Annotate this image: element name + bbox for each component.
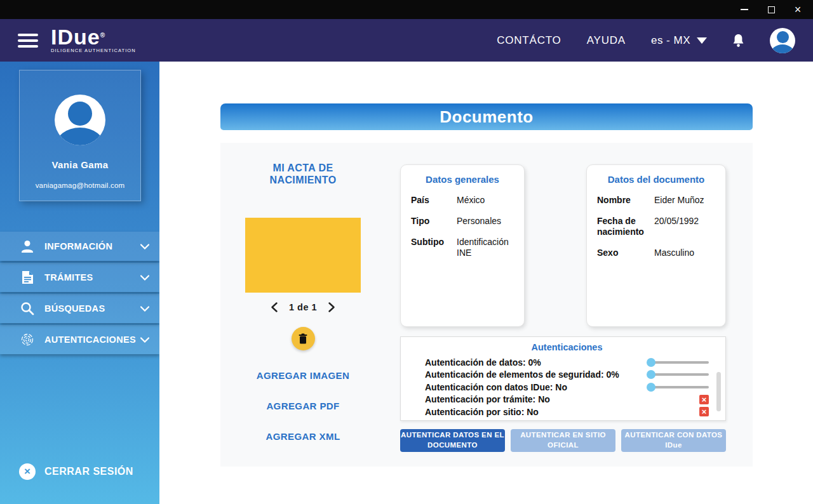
maximize-icon[interactable] [765, 3, 777, 16]
auth-label: Autenticación por trámite: No [425, 394, 699, 404]
page-title: Documento [220, 103, 753, 130]
registered-mark: ® [100, 32, 105, 39]
datos-generales-card: Datos generales País México Tipo Persona… [400, 164, 525, 327]
row-value: Eider Muñoz [654, 195, 715, 206]
bell-icon[interactable] [732, 34, 744, 48]
row-label: Subtipo [411, 237, 457, 258]
auth-row: Autenticación de elementos de seguridad:… [425, 369, 709, 381]
row-value: México [457, 195, 514, 206]
app-header: IDue® DILIGENCE AUTHENTICATION CONTÁCTO … [0, 19, 813, 62]
minimize-icon[interactable] [738, 3, 751, 16]
sidebar-menu: INFORMACIÓN TRÁMITES BÚSQUEDAS [0, 232, 159, 354]
sidebar-item-label: AUTENTICACIONES [44, 335, 136, 345]
document-thumbnail[interactable] [245, 218, 361, 293]
auth-slider[interactable] [649, 386, 709, 388]
slider-thumb-icon[interactable] [647, 358, 655, 367]
data-row: Nombre Eider Muñoz [597, 195, 715, 206]
sidebar-item-autenticaciones[interactable]: AUTENTICACIONES [0, 325, 159, 354]
autenticaciones-title: Autenticaciones [425, 342, 709, 352]
chevron-down-icon [697, 37, 707, 44]
trash-icon [299, 333, 307, 344]
row-value: Personales [457, 216, 514, 227]
document-icon [19, 270, 36, 284]
chevron-down-icon [140, 275, 149, 281]
sidebar-item-label: TRÁMITES [44, 272, 93, 282]
auth-label: Autenticación con datos IDue: No [425, 382, 649, 392]
data-row: Tipo Personales [411, 216, 514, 227]
auth-slider[interactable] [649, 361, 709, 364]
chevron-down-icon [140, 337, 149, 343]
delete-document-button[interactable] [292, 327, 315, 350]
data-row: Fecha de nacimiento 20/05/1992 [597, 216, 715, 237]
auth-row: Autenticación con datos IDue: No [425, 381, 709, 394]
auth-row: Autenticación por trámite: No × [425, 394, 709, 406]
close-circle-icon: × [19, 463, 36, 480]
autenticar-sitio-oficial-button[interactable]: AUTENTICAR EN SITIO OFICIAL [511, 429, 615, 452]
sidebar-item-tramites[interactable]: TRÁMITES [0, 263, 159, 292]
autenticar-datos-documento-button[interactable]: AUTENTICAR DATOS EN EL DOCUMENTO [400, 429, 505, 452]
nav-ayuda[interactable]: AYUDA [587, 34, 626, 47]
add-image-link[interactable]: AGREGAR IMAGEN [257, 370, 349, 381]
card-title: Datos del documento [597, 174, 715, 185]
chevron-down-icon [140, 244, 149, 249]
autenticar-datos-idue-button[interactable]: AUTENTICAR CON DATOS IDue [621, 429, 726, 452]
language-value: es - MX [651, 34, 690, 47]
logout-label: CERRAR SESIÓN [44, 466, 133, 477]
data-row: País México [411, 195, 514, 206]
fingerprint-icon [19, 333, 36, 346]
header-nav: CONTÁCTO AYUDA es - MX [497, 28, 795, 53]
document-column: MI ACTA DE NACIMIENTO 1 de 1 AGREGAR IMA… [220, 143, 386, 442]
page-indicator: 1 de 1 [289, 302, 317, 312]
nav-contacto[interactable]: CONTÁCTO [497, 34, 561, 47]
next-page-icon[interactable] [328, 302, 335, 312]
close-icon[interactable]: × [791, 3, 804, 16]
profile-name: Vania Gama [51, 159, 108, 170]
sidebar-item-busquedas[interactable]: BÚSQUEDAS [0, 294, 159, 323]
data-row: Sexo Masculino [597, 248, 715, 258]
data-row: Subtipo Identificación INE [411, 237, 514, 258]
row-label: Tipo [411, 216, 457, 227]
app-logo: IDue® DILIGENCE AUTHENTICATION [51, 27, 136, 53]
sidebar: Vania Gama vaniagamag@hotmail.com INFORM… [0, 62, 159, 504]
slider-thumb-icon[interactable] [647, 370, 655, 379]
row-value: Identificación INE [457, 237, 514, 258]
pagination: 1 de 1 [271, 302, 335, 312]
document-title: MI ACTA DE NACIMIENTO [243, 162, 363, 186]
scrollbar[interactable] [716, 372, 721, 411]
add-pdf-link[interactable]: AGREGAR PDF [266, 401, 339, 411]
auth-row: Autenticación de datos: 0% [425, 356, 709, 369]
row-label: Fecha de nacimiento [597, 216, 654, 237]
prev-page-icon[interactable] [271, 302, 278, 312]
sidebar-item-label: BÚSQUEDAS [44, 303, 105, 314]
row-value: Masculino [654, 248, 715, 258]
sidebar-item-label: INFORMACIÓN [44, 241, 112, 251]
row-value: 20/05/1992 [654, 216, 715, 237]
auth-slider[interactable] [649, 373, 709, 376]
auth-label: Autenticación por sitio: No [425, 407, 699, 417]
menu-icon[interactable] [18, 34, 38, 48]
row-label: País [411, 195, 457, 206]
profile-card: Vania Gama vaniagamag@hotmail.com [19, 70, 141, 201]
user-avatar[interactable] [770, 28, 795, 53]
autenticaciones-panel: Autenticaciones Autenticación de datos: … [400, 336, 726, 421]
logo-title: IDue® [51, 27, 136, 46]
profile-email: vaniagamag@hotmail.com [36, 182, 125, 189]
auth-label: Autenticación de elementos de seguridad:… [425, 369, 649, 380]
window-titlebar: × [0, 0, 813, 19]
slider-thumb-icon[interactable] [647, 383, 655, 392]
document-panel: MI ACTA DE NACIMIENTO 1 de 1 AGREGAR IMA… [220, 143, 753, 467]
logo-tagline: DILIGENCE AUTHENTICATION [51, 48, 136, 53]
sidebar-item-informacion[interactable]: INFORMACIÓN [0, 232, 159, 261]
main-content: Documento MI ACTA DE NACIMIENTO 1 de 1 A… [159, 62, 813, 504]
chevron-down-icon [140, 306, 149, 312]
user-icon [19, 239, 36, 253]
auth-label: Autenticación de datos: 0% [425, 357, 649, 368]
profile-avatar [55, 95, 105, 145]
row-label: Sexo [597, 248, 654, 258]
auth-row: Autenticación por sitio: No × [425, 406, 709, 418]
add-xml-link[interactable]: AGREGAR XML [266, 431, 340, 442]
language-selector[interactable]: es - MX [651, 34, 707, 47]
logout-button[interactable]: × CERRAR SESIÓN [19, 463, 133, 480]
action-buttons: AUTENTICAR DATOS EN EL DOCUMENTO AUTENTI… [400, 429, 726, 452]
row-label: Nombre [597, 195, 654, 206]
